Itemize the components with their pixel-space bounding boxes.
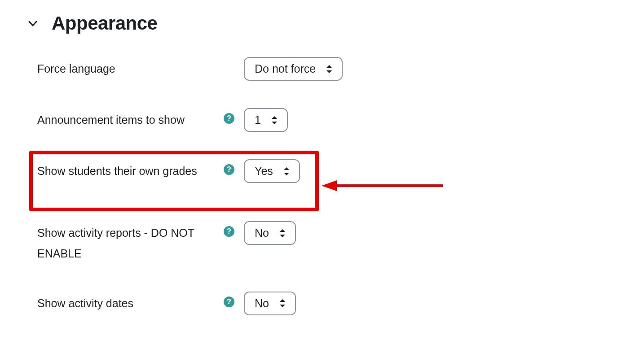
field-announcement-items: Announcement items to show ? 1: [37, 106, 644, 132]
help-icon[interactable]: ?: [224, 226, 234, 237]
field-show-reports: Show activity reports - DO NOT ENABLE ? …: [37, 219, 644, 264]
label-show-grades: Show students their own grades: [37, 157, 197, 181]
select-value: No: [255, 227, 269, 239]
field-show-grades: Show students their own grades ? Yes: [37, 157, 644, 183]
chevron-down-icon: [27, 18, 38, 29]
select-value: 1: [255, 114, 261, 126]
field-show-dates: Show activity dates ? No: [37, 289, 644, 315]
select-announcement-items[interactable]: 1: [244, 108, 288, 132]
label-show-reports: Show activity reports - DO NOT ENABLE: [37, 219, 219, 264]
label-force-language: Force language: [37, 55, 115, 79]
caret-sort-icon: [271, 115, 278, 125]
caret-sort-icon: [279, 228, 286, 238]
label-show-dates: Show activity dates: [37, 289, 133, 314]
caret-sort-icon: [279, 298, 286, 308]
caret-sort-icon: [326, 64, 333, 74]
caret-sort-icon: [283, 166, 290, 176]
select-show-reports[interactable]: No: [244, 221, 296, 245]
select-show-dates[interactable]: No: [244, 292, 296, 315]
select-value: Yes: [255, 166, 273, 177]
help-icon[interactable]: ?: [224, 164, 234, 175]
help-icon[interactable]: ?: [224, 296, 234, 307]
field-force-language: Force language Do not force: [37, 55, 644, 81]
select-force-language[interactable]: Do not force: [244, 57, 343, 81]
select-show-grades[interactable]: Yes: [244, 159, 300, 183]
select-value: No: [255, 298, 269, 309]
section-title: Appearance: [52, 13, 157, 34]
select-value: Do not force: [255, 63, 316, 74]
section-toggle-appearance[interactable]: Appearance: [27, 13, 644, 34]
label-announcement-items: Announcement items to show: [37, 106, 185, 130]
help-icon[interactable]: ?: [224, 113, 234, 124]
